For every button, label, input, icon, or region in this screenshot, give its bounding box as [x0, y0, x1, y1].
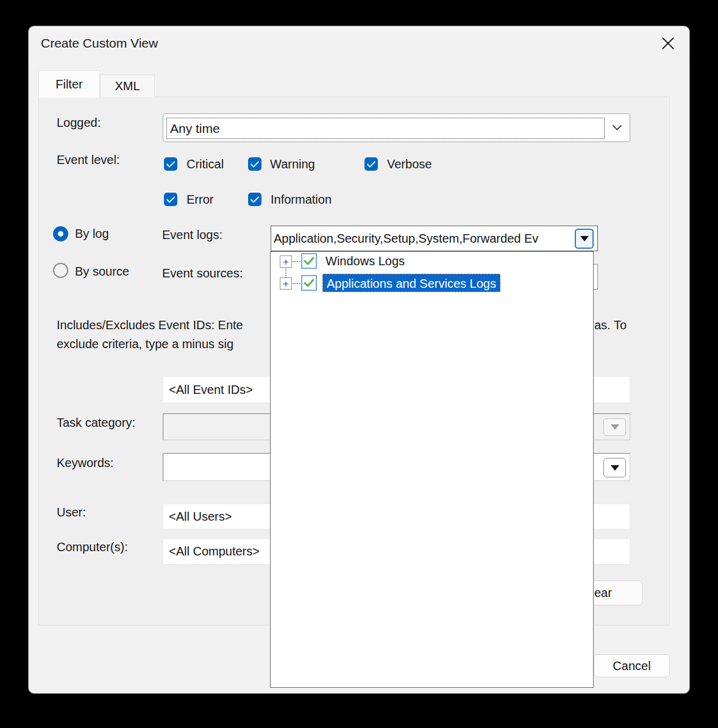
- event-logs-combobox[interactable]: Application,Security,Setup,System,Forwar…: [271, 226, 598, 251]
- event-ids-value: <All Event IDs>: [169, 383, 253, 397]
- tree-item-applications-and-services-logs[interactable]: Applications and Services Logs: [322, 274, 500, 292]
- check-icon: [367, 161, 375, 168]
- event-ids-hint-line1-end: as. To: [594, 318, 627, 332]
- tab-filter[interactable]: Filter: [38, 70, 100, 98]
- radio-by-log[interactable]: [53, 226, 68, 241]
- checkbox-error-label[interactable]: Error: [187, 192, 213, 207]
- create-custom-view-dialog: Create Custom View Filter XML Logged: An…: [28, 26, 690, 694]
- checkbox-critical[interactable]: [164, 157, 177, 171]
- tab-filter-label: Filter: [55, 77, 82, 91]
- tree-connector: [285, 268, 286, 278]
- titlebar-divider: [29, 60, 689, 60]
- logged-combobox[interactable]: Any time: [163, 113, 630, 142]
- tree-checkbox-applications-services[interactable]: [301, 275, 317, 291]
- radio-by-source-label[interactable]: By source: [75, 264, 129, 279]
- radio-by-log-label[interactable]: By log: [75, 226, 109, 241]
- cancel-button-label: Cancel: [613, 659, 650, 673]
- task-category-dropdown-button: [603, 418, 626, 436]
- tab-xml-label: XML: [115, 79, 140, 93]
- check-icon: [251, 161, 259, 168]
- tab-xml[interactable]: XML: [100, 74, 155, 97]
- keywords-dropdown-button[interactable]: [603, 458, 626, 477]
- close-icon: [661, 37, 675, 50]
- event-level-label: Event level:: [57, 152, 119, 167]
- checkbox-verbose[interactable]: [364, 157, 378, 171]
- screen-background: Create Custom View Filter XML Logged: An…: [0, 0, 718, 728]
- tree-connector: [293, 283, 300, 284]
- tree-connector: [293, 261, 300, 262]
- check-icon: [251, 196, 259, 203]
- event-logs-value: Application,Security,Setup,System,Forwar…: [274, 226, 575, 251]
- tree-expand-icon[interactable]: +: [280, 277, 292, 290]
- event-logs-dropdown-button[interactable]: [575, 229, 594, 249]
- tree-expand-icon[interactable]: +: [280, 255, 292, 268]
- dropdown-arrow-icon: [611, 424, 619, 430]
- green-check-icon: [304, 279, 315, 287]
- logged-value: Any time: [167, 121, 220, 136]
- checkbox-warning-label[interactable]: Warning: [270, 157, 315, 171]
- radio-by-source[interactable]: [53, 263, 68, 278]
- checkbox-critical-label[interactable]: Critical: [187, 157, 224, 171]
- checkbox-verbose-label[interactable]: Verbose: [387, 157, 432, 171]
- logged-focus-rect: Any time: [166, 118, 605, 139]
- logged-label: Logged:: [57, 115, 101, 130]
- tree-item-windows-logs[interactable]: Windows Logs: [325, 252, 405, 270]
- event-logs-dropdown-panel: + Windows Logs + Applications and Servic…: [270, 251, 594, 688]
- event-sources-label: Event sources:: [162, 266, 243, 280]
- cancel-button[interactable]: Cancel: [594, 654, 670, 677]
- computers-value: <All Computers>: [169, 544, 260, 558]
- dropdown-arrow-icon: [580, 236, 589, 241]
- dialog-title: Create Custom View: [41, 36, 158, 51]
- checkbox-warning[interactable]: [248, 157, 261, 171]
- check-icon: [166, 196, 175, 203]
- tree-checkbox-windows-logs[interactable]: [301, 253, 317, 269]
- event-ids-hint-line1: Includes/Excludes Event IDs: Ente: [57, 318, 243, 332]
- task-category-label: Task category:: [57, 415, 135, 430]
- user-value: <All Users>: [169, 510, 232, 524]
- close-button[interactable]: [655, 31, 681, 55]
- checkbox-information-label[interactable]: Information: [271, 192, 332, 207]
- user-label: User:: [57, 505, 86, 519]
- dropdown-arrow-icon: [611, 465, 619, 471]
- event-logs-label: Event logs:: [162, 227, 222, 242]
- green-check-icon: [304, 257, 315, 265]
- chevron-down-icon[interactable]: [612, 124, 622, 131]
- checkbox-error[interactable]: [164, 193, 177, 206]
- event-ids-hint-line2: exclude criteria, type a minus sig: [57, 337, 233, 351]
- computers-label: Computer(s):: [57, 540, 128, 554]
- checkbox-information[interactable]: [248, 193, 261, 206]
- keywords-label: Keywords:: [57, 455, 113, 470]
- check-icon: [166, 161, 175, 168]
